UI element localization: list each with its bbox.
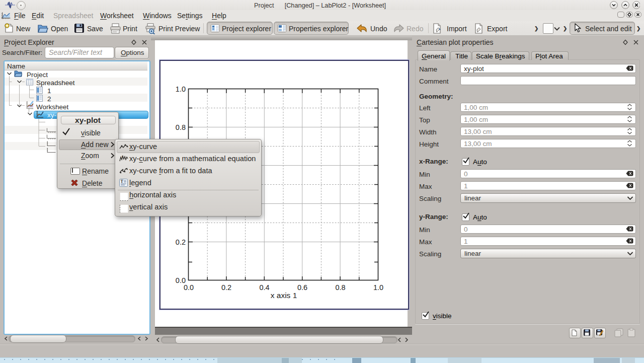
svg-text:1.0: 1.0 (373, 283, 383, 292)
svg-text:0.4: 0.4 (259, 283, 269, 292)
svg-text:x axis 1: x axis 1 (271, 291, 297, 300)
svg-text:0.8: 0.8 (335, 283, 345, 292)
svg-text:ƒ: ƒ (121, 155, 123, 159)
svg-text:1.0: 1.0 (176, 85, 186, 93)
svg-text:0.2: 0.2 (221, 283, 231, 292)
svg-text:0.0: 0.0 (184, 283, 194, 292)
svg-text:0.6: 0.6 (297, 283, 307, 292)
svg-text:T: T (121, 179, 124, 184)
svg-text:0.8: 0.8 (176, 123, 186, 131)
svg-text:0.2: 0.2 (176, 238, 186, 246)
